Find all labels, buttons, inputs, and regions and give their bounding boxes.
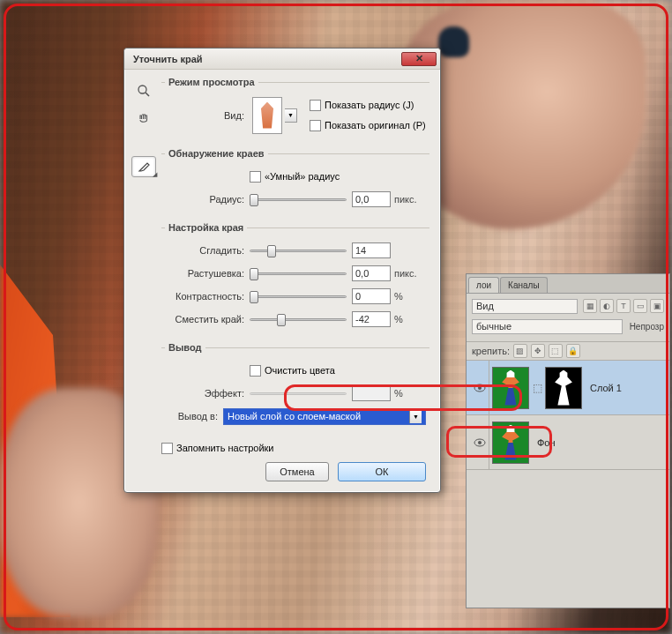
lock-position-icon[interactable]: ✥ <box>531 344 545 358</box>
svg-point-4 <box>138 86 146 93</box>
contrast-slider[interactable] <box>250 290 347 302</box>
layer-row[interactable]: Фон <box>467 415 669 470</box>
blend-mode-label: бычные <box>476 321 511 332</box>
feather-label: Растушевка: <box>165 268 250 279</box>
shift-edge-slider[interactable] <box>250 313 347 325</box>
shift-edge-input[interactable] <box>352 311 391 327</box>
decontaminate-label: Очистить цвета <box>265 365 335 376</box>
chevron-down-icon: ▼ <box>409 410 422 423</box>
filter-icons: ▦ ◐ T ▭ ▣ <box>583 299 664 313</box>
show-original-label: Показать оригинал (P) <box>325 120 426 131</box>
visibility-toggle[interactable] <box>470 361 489 414</box>
filter-pixel-icon[interactable]: ▦ <box>583 299 597 313</box>
svg-point-3 <box>478 441 482 444</box>
effect-input <box>352 385 391 401</box>
remember-checkbox[interactable] <box>161 443 173 454</box>
refine-edge-dialog: Уточнить край ✕ ◢ Режим просмотра Вид: <box>123 48 441 493</box>
radius-label: Радиус: <box>165 194 250 205</box>
cancel-button[interactable]: Отмена <box>265 462 329 481</box>
smart-radius-label: «Умный» радиус <box>265 171 340 182</box>
effect-slider <box>250 387 347 399</box>
hand-tool[interactable] <box>131 108 156 130</box>
view-dropdown-button[interactable]: ▼ <box>285 108 297 123</box>
smooth-slider[interactable] <box>250 244 347 257</box>
svg-point-1 <box>478 386 482 390</box>
layer-kind-select[interactable]: Вид <box>472 299 578 314</box>
layer-kind-label: Вид <box>476 301 494 311</box>
lock-artboard-icon[interactable]: ⬚ <box>549 344 563 358</box>
output-group: Вывод Очистить цвета Эффект: % Вывод в: <box>161 342 429 436</box>
shift-edge-unit: % <box>394 314 426 324</box>
view-mode-group: Режим просмотра Вид: ▼ Показать радиус (… <box>161 77 429 145</box>
refine-brush-tool[interactable]: ◢ <box>131 156 156 177</box>
panel-options: Вид ▦ ◐ T ▭ ▣ бычные Непрозр <box>467 294 669 342</box>
radius-unit: пикс. <box>394 194 426 205</box>
feather-input[interactable] <box>352 265 391 281</box>
filter-adjust-icon[interactable]: ◐ <box>600 299 614 313</box>
filter-type-icon[interactable]: T <box>616 299 631 313</box>
tab-channels[interactable]: Каналы <box>500 277 548 293</box>
layer-thumbnail[interactable] <box>492 421 529 464</box>
filter-smart-icon[interactable]: ▣ <box>650 299 664 313</box>
view-mode-legend: Режим просмотра <box>165 77 258 87</box>
view-thumbnail[interactable] <box>252 97 282 134</box>
brush-icon <box>137 160 151 174</box>
filter-shape-icon[interactable]: ▭ <box>633 299 647 313</box>
smooth-label: Сгладить: <box>165 245 250 256</box>
layers-list: ⬚ Слой 1 Фон <box>467 361 669 470</box>
layers-panel: лои Каналы Вид ▦ ◐ T ▭ ▣ бычные Непрозр … <box>466 273 670 608</box>
magnifier-icon <box>137 84 151 98</box>
smooth-input[interactable] <box>352 242 391 258</box>
decontaminate-checkbox[interactable] <box>250 365 261 377</box>
bg-nail <box>438 26 469 57</box>
edge-detection-legend: Обнаружение краев <box>165 148 268 159</box>
edge-adjust-group: Настройка края Сгладить: Растушевка: пик <box>161 222 429 339</box>
edge-adjust-legend: Настройка края <box>165 222 247 233</box>
dialog-titlebar[interactable]: Уточнить край ✕ <box>124 48 440 70</box>
ok-button[interactable]: ОК <box>338 462 426 481</box>
mask-thumbnail[interactable] <box>545 367 582 409</box>
eye-icon <box>474 384 486 392</box>
contrast-input[interactable] <box>352 288 391 304</box>
blend-mode-select[interactable]: бычные <box>472 319 623 334</box>
layer-row[interactable]: ⬚ Слой 1 <box>467 361 669 415</box>
visibility-toggle[interactable] <box>470 415 489 469</box>
view-label: Вид: <box>165 110 250 121</box>
lock-all-icon[interactable]: 🔒 <box>566 344 580 358</box>
tool-column: ◢ <box>131 77 161 481</box>
link-icon[interactable]: ⬚ <box>532 382 542 394</box>
effect-unit: % <box>394 388 426 399</box>
feather-slider[interactable] <box>250 267 347 280</box>
cancel-label: Отмена <box>280 466 314 477</box>
layer-thumbnail[interactable] <box>492 367 529 409</box>
zoom-tool[interactable] <box>131 80 156 101</box>
tab-layers[interactable]: лои <box>468 277 499 293</box>
close-button[interactable]: ✕ <box>401 52 437 66</box>
contrast-unit: % <box>394 291 426 302</box>
tool-flyout-icon: ◢ <box>153 171 157 178</box>
smart-radius-checkbox[interactable] <box>250 171 261 183</box>
layer-name[interactable]: Слой 1 <box>590 383 622 393</box>
edge-detection-group: Обнаружение краев «Умный» радиус Радиус:… <box>161 148 429 219</box>
effect-label: Эффект: <box>165 388 250 399</box>
shift-edge-label: Сместить край: <box>165 314 250 324</box>
contrast-label: Контрастность: <box>165 291 250 302</box>
ok-label: ОК <box>376 466 389 477</box>
panel-tab-strip: лои Каналы <box>467 274 669 294</box>
output-to-select[interactable]: Новый слой со слоем-маской ▼ <box>223 408 426 425</box>
output-to-value: Новый слой со слоем-маской <box>228 411 361 421</box>
radius-input[interactable] <box>352 191 391 207</box>
lock-pixels-icon[interactable]: ▨ <box>513 344 527 358</box>
hand-icon <box>137 112 151 126</box>
show-original-checkbox[interactable] <box>310 120 321 131</box>
radius-slider[interactable] <box>250 193 347 205</box>
lock-row: крепить: ▨ ✥ ⬚ 🔒 <box>467 342 669 361</box>
close-icon: ✕ <box>415 53 423 64</box>
feather-unit: пикс. <box>394 268 426 279</box>
lock-label: крепить: <box>472 346 510 356</box>
layer-name[interactable]: Фон <box>537 437 556 448</box>
show-radius-label: Показать радиус (J) <box>325 100 414 110</box>
show-radius-checkbox[interactable] <box>310 100 321 111</box>
remember-label: Запомнить настройки <box>176 443 274 453</box>
dialog-title: Уточнить край <box>133 54 203 64</box>
